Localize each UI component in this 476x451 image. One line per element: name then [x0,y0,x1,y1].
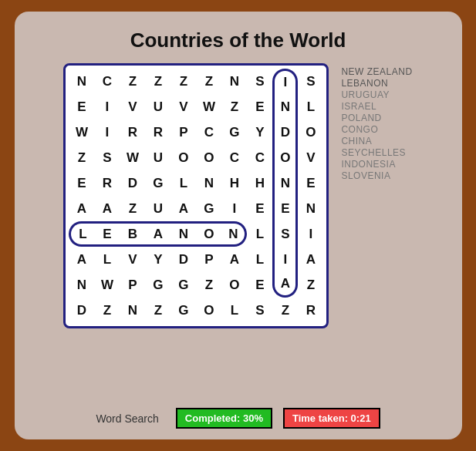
grid-cell[interactable]: N [69,69,94,94]
grid-cell[interactable]: L [221,298,247,323]
grid-cell[interactable]: S [247,298,272,323]
grid-cell[interactable]: Z [120,196,145,221]
grid-cell[interactable]: A [69,196,94,221]
grid-cell[interactable]: C [247,145,272,170]
grid-cell[interactable]: Z [170,69,196,94]
grid-cell[interactable]: O [196,221,221,247]
grid-cell[interactable]: Z [221,94,247,119]
grid-cell[interactable]: N [298,196,323,221]
grid-cell[interactable]: U [145,94,170,119]
grid-cell[interactable]: D [170,247,196,272]
grid-cell[interactable]: C [94,69,120,94]
grid-cell[interactable]: W [94,272,120,298]
grid-cell[interactable]: U [145,196,170,221]
grid-cell[interactable]: O [170,145,196,170]
grid-cell[interactable]: H [247,170,272,196]
grid-cell[interactable]: N [272,94,298,119]
word-search-grid[interactable]: NCZZZZNSISEIVUVWZENLWIRRPCGYDOZSWUOOCCOV… [69,69,323,323]
grid-cell[interactable]: U [145,145,170,170]
grid-cell[interactable]: S [272,221,298,247]
grid-cell[interactable]: G [145,272,170,298]
grid-cell[interactable]: V [120,94,145,119]
grid-cell[interactable]: Z [145,69,170,94]
grid-cell[interactable]: D [272,119,298,145]
grid-cell[interactable]: G [170,272,196,298]
grid-cell[interactable]: E [247,272,272,298]
grid-cell[interactable]: A [272,272,298,298]
grid-cell[interactable]: C [221,145,247,170]
grid-cell[interactable]: Z [120,69,145,94]
grid-cell[interactable]: W [196,94,221,119]
grid-cell[interactable]: L [247,221,272,247]
grid-cell[interactable]: N [69,272,94,298]
grid-cell[interactable]: O [196,145,221,170]
grid-cell[interactable]: O [272,145,298,170]
grid-cell[interactable]: R [94,170,120,196]
grid-cell[interactable]: L [69,221,94,247]
grid-cell[interactable]: Z [94,298,120,323]
grid-cell[interactable]: S [247,69,272,94]
grid-cell[interactable]: R [145,119,170,145]
grid-cell[interactable]: I [272,247,298,272]
grid-cell[interactable]: N [196,170,221,196]
grid-cell[interactable]: Y [247,119,272,145]
grid-cell[interactable]: A [170,196,196,221]
grid-cell[interactable]: S [298,69,323,94]
grid-cell[interactable]: N [170,221,196,247]
grid-cell[interactable]: A [298,247,323,272]
grid-cell[interactable]: E [69,170,94,196]
grid-cell[interactable]: C [196,119,221,145]
grid-cell[interactable]: G [145,170,170,196]
grid-cell[interactable]: E [298,170,323,196]
grid-cell[interactable]: D [69,298,94,323]
grid-cell[interactable]: Z [69,145,94,170]
grid-cell[interactable]: Z [196,272,221,298]
grid-cell[interactable]: A [94,196,120,221]
grid-cell[interactable]: R [298,298,323,323]
grid-cell[interactable]: V [120,247,145,272]
grid-cell[interactable]: O [221,272,247,298]
grid-cell[interactable]: I [221,196,247,221]
grid-cell[interactable]: D [120,170,145,196]
grid-cell[interactable]: L [170,170,196,196]
grid-cell[interactable]: G [196,196,221,221]
grid-cell[interactable]: I [298,221,323,247]
grid-cell[interactable]: H [221,170,247,196]
grid-cell[interactable]: W [120,145,145,170]
grid-cell[interactable]: I [272,69,298,94]
grid-cell[interactable]: L [247,247,272,272]
grid-cell[interactable]: A [145,221,170,247]
grid-cell[interactable]: N [272,170,298,196]
grid-cell[interactable]: A [221,247,247,272]
grid-cell[interactable]: A [69,247,94,272]
grid-cell[interactable]: E [247,196,272,221]
grid-cell[interactable]: Z [196,69,221,94]
grid-cell[interactable]: N [221,69,247,94]
grid-cell[interactable]: Z [145,298,170,323]
grid-cell[interactable]: W [69,119,94,145]
grid-cell[interactable]: O [298,119,323,145]
grid-cell[interactable]: G [221,119,247,145]
grid-cell[interactable]: L [94,247,120,272]
grid-cell[interactable]: E [247,94,272,119]
grid-cell[interactable]: Y [145,247,170,272]
grid-cell[interactable]: V [298,145,323,170]
grid-cell[interactable]: E [94,221,120,247]
grid-cell[interactable]: E [69,94,94,119]
grid-cell[interactable]: S [94,145,120,170]
grid-cell[interactable]: I [94,94,120,119]
grid-cell[interactable]: V [170,94,196,119]
grid-cell[interactable]: N [221,221,247,247]
grid-cell[interactable]: N [120,298,145,323]
grid-cell[interactable]: Z [272,298,298,323]
grid-cell[interactable]: B [120,221,145,247]
grid-cell[interactable]: Z [298,272,323,298]
grid-cell[interactable]: G [170,298,196,323]
grid-cell[interactable]: L [298,94,323,119]
grid-cell[interactable]: P [120,272,145,298]
grid-cell[interactable]: P [196,247,221,272]
grid-cell[interactable]: O [196,298,221,323]
grid-cell[interactable]: I [94,119,120,145]
grid-cell[interactable]: E [272,196,298,221]
grid-cell[interactable]: R [120,119,145,145]
